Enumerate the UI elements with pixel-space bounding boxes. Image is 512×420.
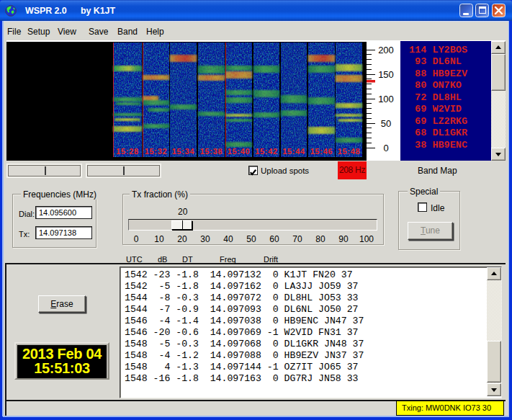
svg-text:15:40: 15:40 <box>228 147 251 156</box>
svg-text:15:44: 15:44 <box>282 147 305 156</box>
svg-text:15:48: 15:48 <box>338 147 361 156</box>
svg-text:100: 100 <box>378 94 394 104</box>
svg-text:15:38: 15:38 <box>200 147 223 156</box>
svg-text:50: 50 <box>381 118 391 129</box>
svg-text:15:28: 15:28 <box>116 147 139 156</box>
svg-text:200: 200 <box>378 45 394 55</box>
svg-text:15:42: 15:42 <box>255 147 278 156</box>
svg-text:0: 0 <box>383 143 388 153</box>
svg-text:15:32: 15:32 <box>145 147 168 156</box>
svg-text:15:34: 15:34 <box>172 147 195 156</box>
svg-text:15:46: 15:46 <box>310 147 333 156</box>
svg-text:150: 150 <box>378 69 394 80</box>
